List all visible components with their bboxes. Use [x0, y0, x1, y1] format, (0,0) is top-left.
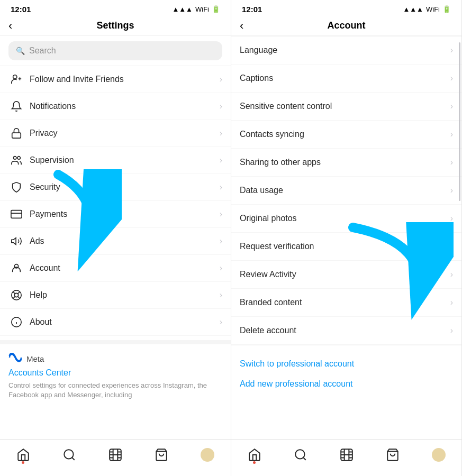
settings-title: Settings	[96, 20, 134, 31]
svg-line-18	[72, 457, 75, 460]
account-chevron: ›	[220, 263, 222, 273]
meta-logo-icon	[8, 353, 23, 365]
payments-chevron: ›	[220, 209, 222, 219]
nav-profile-left[interactable]	[201, 448, 214, 462]
meta-logo-text: Meta	[26, 354, 44, 363]
account-item-branded[interactable]: Branded content ›	[231, 289, 461, 317]
svg-point-3	[17, 157, 21, 160]
account-item-verification[interactable]: Request verification ›	[231, 233, 461, 261]
wifi-icon: WiFi	[195, 5, 209, 13]
settings-item-payments[interactable]: Payments ›	[0, 201, 231, 228]
contacts-chevron: ›	[450, 130, 453, 139]
data-chevron: ›	[450, 186, 453, 195]
battery-icon: 🔋	[212, 5, 220, 13]
nav-shop-right[interactable]	[386, 448, 400, 462]
follow-chevron: ›	[220, 75, 222, 84]
search-icon: 🔍	[16, 47, 25, 55]
nav-reels-left[interactable]	[108, 448, 122, 462]
signal-icon-right: ▲▲▲	[403, 5, 423, 13]
supervision-chevron: ›	[220, 155, 222, 165]
svg-point-2	[14, 157, 17, 160]
account-item-photos[interactable]: Original photos ›	[231, 205, 461, 233]
notifications-label: Notifications	[30, 102, 220, 111]
back-button-left[interactable]: ‹	[8, 19, 12, 33]
account-item-captions[interactable]: Captions ›	[231, 65, 461, 93]
account-icon	[8, 262, 24, 274]
settings-item-account[interactable]: Account ›	[0, 255, 231, 282]
nav-profile-right[interactable]	[432, 448, 446, 462]
status-icons-right: ▲▲▲ WiFi 🔋	[403, 5, 451, 13]
nav-search-right[interactable]	[294, 448, 307, 462]
help-chevron: ›	[220, 290, 222, 300]
data-label: Data usage	[240, 186, 283, 195]
accounts-center-link[interactable]: Accounts Center	[8, 368, 222, 378]
svg-line-10	[13, 292, 15, 294]
settings-item-follow[interactable]: Follow and Invite Friends ›	[0, 66, 231, 93]
captions-chevron: ›	[450, 74, 453, 83]
settings-item-ads[interactable]: Ads ›	[0, 228, 231, 255]
signal-icon: ▲▲▲	[172, 5, 193, 13]
nav-home-left[interactable]	[16, 448, 30, 462]
account-item-delete[interactable]: Delete account ›	[231, 317, 461, 345]
nav-home-right[interactable]	[248, 448, 261, 462]
svg-line-13	[13, 297, 15, 299]
delete-chevron: ›	[450, 326, 453, 335]
language-chevron: ›	[450, 45, 453, 55]
reels-icon-right	[340, 448, 354, 462]
account-list: Language › Captions › Sensitive content …	[231, 36, 461, 345]
add-professional-link[interactable]: Add new professional account	[240, 374, 453, 394]
account-item-sharing[interactable]: Sharing to other apps ›	[231, 149, 461, 177]
settings-screen: 12:01 ▲▲▲ WiFi 🔋 ‹ Settings 🔍 Search Fol…	[0, 0, 231, 476]
nav-reels-right[interactable]	[340, 448, 354, 462]
account-header: ‹ Account	[231, 16, 461, 36]
nav-shop-left[interactable]	[155, 448, 168, 462]
battery-icon-right: 🔋	[442, 5, 451, 13]
home-icon-left	[16, 448, 30, 462]
search-icon-nav-right	[294, 448, 307, 462]
search-placeholder: Search	[29, 46, 56, 56]
account-item-language[interactable]: Language ›	[231, 36, 461, 65]
profile-avatar-right	[432, 448, 446, 462]
branded-label: Branded content	[240, 298, 302, 307]
svg-line-12	[18, 292, 20, 294]
privacy-chevron: ›	[220, 129, 222, 138]
svg-marker-6	[12, 238, 16, 245]
search-box[interactable]: 🔍 Search	[8, 41, 222, 60]
accounts-center-desc: Control settings for connected experienc…	[8, 381, 222, 400]
settings-item-about[interactable]: About ›	[0, 309, 231, 336]
settings-item-security[interactable]: Security ›	[0, 174, 231, 201]
review-label: Review Activity	[240, 270, 296, 279]
meta-logo: Meta	[8, 353, 222, 365]
account-item-sensitive[interactable]: Sensitive content control ›	[231, 93, 461, 121]
security-icon	[8, 181, 24, 193]
home-dot-right	[253, 461, 256, 464]
account-item-data[interactable]: Data usage ›	[231, 177, 461, 205]
security-chevron: ›	[220, 182, 222, 192]
security-label: Security	[30, 182, 220, 192]
settings-header: ‹ Settings	[0, 16, 231, 36]
back-button-right[interactable]: ‹	[240, 19, 243, 33]
svg-rect-4	[11, 210, 22, 218]
switch-professional-link[interactable]: Switch to professional account	[240, 354, 453, 374]
settings-item-privacy[interactable]: Privacy ›	[0, 120, 231, 147]
account-item-contacts[interactable]: Contacts syncing ›	[231, 121, 461, 149]
professional-section: Switch to professional account Add new p…	[231, 345, 461, 402]
account-title: Account	[328, 20, 366, 31]
photos-label: Original photos	[240, 214, 297, 223]
about-chevron: ›	[220, 317, 222, 327]
privacy-label: Privacy	[30, 129, 220, 138]
time-right: 12:01	[242, 5, 262, 14]
ads-icon	[8, 235, 24, 247]
settings-item-supervision[interactable]: Supervision ›	[0, 147, 231, 174]
about-label: About	[30, 317, 220, 327]
profile-avatar-left	[201, 448, 214, 462]
svg-point-0	[13, 75, 17, 79]
nav-search-left[interactable]	[62, 448, 76, 462]
settings-item-notifications[interactable]: Notifications ›	[0, 93, 231, 120]
scroll-indicator	[459, 42, 460, 201]
account-item-review[interactable]: Review Activity ›	[231, 261, 461, 289]
status-icons-left: ▲▲▲ WiFi 🔋	[172, 5, 220, 13]
notifications-chevron: ›	[220, 102, 222, 111]
settings-item-help[interactable]: Help ›	[0, 282, 231, 309]
captions-label: Captions	[240, 74, 273, 83]
